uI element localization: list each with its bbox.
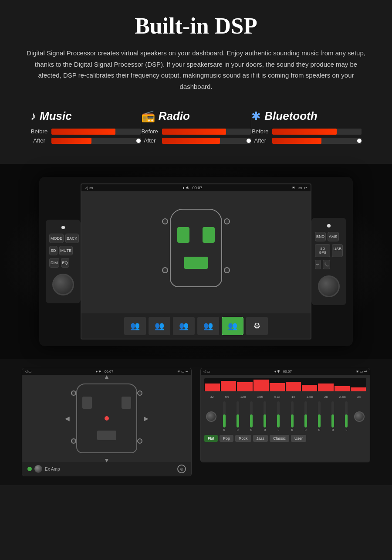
freq-1k: 1k <box>291 395 295 399</box>
radio-icon: 📻 <box>141 109 155 123</box>
eq-val-4: 0 <box>264 428 266 431</box>
sm-status-right-l: ☀ ▭ ↩ <box>177 370 189 373</box>
eq-track-1[interactable] <box>223 401 226 428</box>
eq-track-4[interactable] <box>264 401 266 428</box>
freq-2_5k: 2.5k <box>339 395 346 399</box>
eq-presets: Flat Pop Rock Jazz Classic User <box>204 435 366 442</box>
eq-val-8: 0 <box>318 428 320 431</box>
arrow-right[interactable]: ▶ <box>144 415 149 422</box>
device-section: MODE BACK SD MUTE DIM EQ ◁ ▭ ♦ ✱ 00:07 ☀… <box>0 164 392 359</box>
usb-button[interactable]: USB <box>332 244 343 257</box>
description-text: Digital Signal Processor creates virtual… <box>26 48 366 92</box>
bt-after-fill <box>272 138 321 144</box>
status-center: ♦ ✱ 00:07 <box>182 186 202 190</box>
eq-preset-flat[interactable]: Flat <box>204 435 218 442</box>
eq-preset-user[interactable]: User <box>291 435 306 442</box>
arrow-left[interactable]: ◀ <box>65 415 70 422</box>
eq-track-10[interactable] <box>345 401 348 428</box>
sd-button[interactable]: SD <box>49 246 57 255</box>
preset-5-active[interactable]: 👥 <box>222 317 243 335</box>
preset-4[interactable]: 👥 <box>197 317 219 335</box>
eq-track-2[interactable] <box>237 401 239 428</box>
eq-preset-classic[interactable]: Classic <box>270 435 289 442</box>
eq-fill-6 <box>291 414 294 428</box>
mute-button[interactable]: MUTE <box>59 246 73 255</box>
bnd-button[interactable]: BND <box>315 232 326 241</box>
eq-spectrum-display <box>204 378 366 391</box>
sp-settings-icon[interactable]: ⊕ <box>177 465 186 473</box>
bluetooth-label: Bluetooth <box>264 109 317 123</box>
eq-slider-7: 0 <box>300 401 311 431</box>
eq-val-9: 0 <box>332 428 334 431</box>
eq-track-9[interactable] <box>331 401 334 428</box>
screen-main <box>81 191 311 313</box>
arrow-down[interactable]: ▼ <box>104 457 110 464</box>
music-title: ♪ Music <box>30 109 72 123</box>
eq-preset-jazz[interactable]: Jazz <box>253 435 268 442</box>
spec-bar-6 <box>286 382 301 392</box>
spec-bar-7 <box>302 385 317 391</box>
seat-front-left <box>177 227 189 243</box>
freq-256: 256 <box>257 395 263 399</box>
eq-slider-5: 0 <box>273 401 284 431</box>
bt-after-row: After <box>251 137 362 144</box>
eq-knob-right[interactable] <box>354 411 365 422</box>
sp-indicator-row: Ex Amp <box>27 465 60 473</box>
eq-fill-10 <box>345 414 348 428</box>
preset-2[interactable]: 👥 <box>149 317 170 335</box>
preset-3-icon: 👥 <box>179 321 189 331</box>
eq-fill-9 <box>331 414 334 428</box>
dim-button[interactable]: DIM <box>49 258 59 268</box>
back-call-row: ↩ 📞 <box>315 260 343 269</box>
eq-slider-3: 0 <box>245 401 257 431</box>
left-panel: MODE BACK SD MUTE DIM EQ <box>46 220 81 303</box>
left-knob[interactable] <box>52 274 74 295</box>
eq-slider-8: 0 <box>313 401 325 431</box>
back-button[interactable]: BACK <box>65 234 79 243</box>
freq-1_5k: 1.5k <box>306 395 313 399</box>
spec-bar-8 <box>318 384 333 391</box>
call-button[interactable]: 📞 <box>323 260 330 269</box>
sm-status-right-r: ☀ ▭ ↩ <box>356 370 367 373</box>
eq-val-10: 0 <box>345 428 347 431</box>
freq-128: 128 <box>240 395 246 399</box>
eq-knob-left[interactable] <box>206 411 216 422</box>
sp-diagram-area: ▲ ▼ ◀ ▶ <box>22 375 191 462</box>
eq-preset-rock[interactable]: Rock <box>235 435 251 442</box>
eq-track-7[interactable] <box>304 401 307 428</box>
sdgps-button[interactable]: SD GPS <box>315 244 330 257</box>
spec-bar-5 <box>270 383 285 392</box>
sp-seat-fr <box>122 397 131 409</box>
bt-after-track <box>272 138 362 144</box>
sp-seat-rl <box>97 431 116 440</box>
sp-content: ▲ ▼ ◀ ▶ Ex Amp ⊕ <box>22 375 191 476</box>
eq-preset-pop[interactable]: Pop <box>220 435 233 442</box>
before-label-bt: Before <box>251 128 269 135</box>
preset-3[interactable]: 👥 <box>173 317 195 335</box>
preset-6[interactable]: ⚙ <box>246 317 268 335</box>
bt-before-row: Before <box>251 128 362 135</box>
eq-fill-5 <box>277 414 280 428</box>
bluetooth-feature: ✱ Bluetooth Before After <box>251 109 362 146</box>
ams-button[interactable]: AMS <box>328 232 339 241</box>
back2-button[interactable]: ↩ <box>315 260 321 269</box>
main-screen: ◁ ▭ ♦ ✱ 00:07 ☀ ▭ ↩ <box>81 183 311 339</box>
eq-track-6[interactable] <box>291 401 294 428</box>
sp-dot-fl <box>71 390 76 396</box>
eq-track-8[interactable] <box>318 401 321 428</box>
sp-center-dot <box>105 416 109 421</box>
mode-back-row: MODE BACK <box>49 234 77 243</box>
speaker-rear-left <box>162 267 168 273</box>
music-after-row: After <box>30 137 141 144</box>
preset-1[interactable]: 👥 <box>124 317 146 335</box>
mode-button[interactable]: MODE <box>49 234 64 243</box>
eq-track-3[interactable] <box>250 401 253 428</box>
eq-fill-1 <box>223 414 226 428</box>
arrow-up[interactable]: ▲ <box>104 373 110 380</box>
spec-bar-1 <box>205 384 220 391</box>
right-knob[interactable] <box>318 275 340 297</box>
seat-rear <box>184 257 208 269</box>
eq-fill-3 <box>250 414 253 428</box>
eq-track-5[interactable] <box>277 401 280 428</box>
eq-button[interactable]: EQ <box>61 258 69 268</box>
